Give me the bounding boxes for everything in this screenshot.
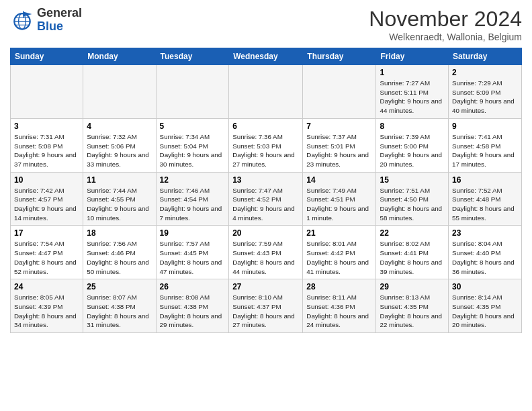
day-info: Sunrise: 7:56 AM Sunset: 4:46 PM Dayligh… [87, 239, 152, 276]
calendar-cell: 25Sunrise: 8:07 AM Sunset: 4:38 PM Dayli… [83, 279, 156, 333]
calendar-cell: 18Sunrise: 7:56 AM Sunset: 4:46 PM Dayli… [83, 226, 156, 279]
day-info: Sunrise: 7:46 AM Sunset: 4:54 PM Dayligh… [160, 186, 226, 223]
day-number: 21 [306, 228, 372, 238]
day-number: 5 [160, 122, 226, 131]
day-number: 7 [306, 122, 372, 131]
day-number: 24 [14, 282, 79, 291]
calendar-cell: 26Sunrise: 8:08 AM Sunset: 4:38 PM Dayli… [156, 279, 229, 333]
calendar-cell: 3Sunrise: 7:31 AM Sunset: 5:08 PM Daylig… [11, 118, 83, 172]
calendar-cell: 21Sunrise: 8:01 AM Sunset: 4:42 PM Dayli… [303, 226, 376, 279]
calendar-cell: 28Sunrise: 8:11 AM Sunset: 4:36 PM Dayli… [303, 279, 376, 333]
calendar-cell: 27Sunrise: 8:10 AM Sunset: 4:37 PM Dayli… [229, 279, 303, 333]
day-info: Sunrise: 7:57 AM Sunset: 4:45 PM Dayligh… [160, 239, 226, 276]
calendar-cell: 13Sunrise: 7:47 AM Sunset: 4:52 PM Dayli… [229, 172, 303, 226]
calendar-week-1: 3Sunrise: 7:31 AM Sunset: 5:08 PM Daylig… [11, 118, 522, 172]
calendar-cell: 12Sunrise: 7:46 AM Sunset: 4:54 PM Dayli… [156, 172, 229, 226]
day-info: Sunrise: 7:44 AM Sunset: 4:55 PM Dayligh… [87, 186, 152, 223]
col-wednesday: Wednesday [229, 48, 303, 65]
calendar-cell: 5Sunrise: 7:34 AM Sunset: 5:04 PM Daylig… [156, 118, 229, 172]
calendar-cell: 15Sunrise: 7:51 AM Sunset: 4:50 PM Dayli… [376, 172, 449, 226]
day-number: 30 [452, 282, 518, 291]
day-info: Sunrise: 7:59 AM Sunset: 4:43 PM Dayligh… [232, 239, 299, 276]
day-info: Sunrise: 7:52 AM Sunset: 4:48 PM Dayligh… [452, 186, 518, 223]
day-info: Sunrise: 8:02 AM Sunset: 4:41 PM Dayligh… [380, 239, 445, 276]
day-number: 19 [160, 228, 226, 238]
day-number: 27 [232, 282, 299, 291]
day-number: 20 [232, 228, 299, 238]
day-number: 14 [306, 175, 372, 185]
page: General Blue November 2024 Welkenraedt, … [0, 0, 532, 340]
day-number: 23 [452, 228, 518, 238]
day-info: Sunrise: 7:54 AM Sunset: 4:47 PM Dayligh… [14, 239, 79, 276]
day-info: Sunrise: 8:08 AM Sunset: 4:38 PM Dayligh… [160, 293, 226, 330]
day-number: 9 [452, 122, 518, 131]
day-info: Sunrise: 7:31 AM Sunset: 5:08 PM Dayligh… [14, 132, 79, 169]
header-row: Sunday Monday Tuesday Wednesday Thursday… [11, 48, 522, 65]
calendar-cell: 1Sunrise: 7:27 AM Sunset: 5:11 PM Daylig… [376, 65, 449, 119]
day-info: Sunrise: 8:11 AM Sunset: 4:36 PM Dayligh… [306, 293, 372, 330]
col-thursday: Thursday [303, 48, 376, 65]
day-info: Sunrise: 8:14 AM Sunset: 4:35 PM Dayligh… [452, 293, 518, 330]
day-info: Sunrise: 7:42 AM Sunset: 4:57 PM Dayligh… [14, 186, 79, 223]
day-number: 2 [452, 68, 518, 77]
col-friday: Friday [376, 48, 449, 65]
day-info: Sunrise: 8:01 AM Sunset: 4:42 PM Dayligh… [306, 239, 372, 276]
calendar-cell: 17Sunrise: 7:54 AM Sunset: 4:47 PM Dayli… [11, 226, 83, 279]
day-info: Sunrise: 7:39 AM Sunset: 5:00 PM Dayligh… [380, 132, 445, 169]
logo-blue: Blue [37, 20, 82, 34]
calendar-cell: 2Sunrise: 7:29 AM Sunset: 5:09 PM Daylig… [449, 65, 522, 119]
day-info: Sunrise: 8:05 AM Sunset: 4:39 PM Dayligh… [14, 293, 79, 330]
calendar-week-4: 24Sunrise: 8:05 AM Sunset: 4:39 PM Dayli… [11, 279, 522, 333]
day-number: 12 [160, 175, 226, 185]
col-saturday: Saturday [449, 48, 522, 65]
day-info: Sunrise: 7:51 AM Sunset: 4:50 PM Dayligh… [380, 186, 445, 223]
location: Welkenraedt, Wallonia, Belgium [369, 32, 522, 42]
calendar-cell [11, 65, 83, 119]
day-info: Sunrise: 7:47 AM Sunset: 4:52 PM Dayligh… [232, 186, 299, 223]
calendar-cell: 10Sunrise: 7:42 AM Sunset: 4:57 PM Dayli… [11, 172, 83, 226]
calendar-cell: 22Sunrise: 8:02 AM Sunset: 4:41 PM Dayli… [376, 226, 449, 279]
day-number: 6 [232, 122, 299, 131]
day-number: 25 [87, 282, 152, 291]
calendar-cell: 6Sunrise: 7:36 AM Sunset: 5:03 PM Daylig… [229, 118, 303, 172]
logo-icon [10, 8, 34, 32]
calendar-cell: 16Sunrise: 7:52 AM Sunset: 4:48 PM Dayli… [449, 172, 522, 226]
calendar-cell: 8Sunrise: 7:39 AM Sunset: 5:00 PM Daylig… [376, 118, 449, 172]
calendar-cell: 11Sunrise: 7:44 AM Sunset: 4:55 PM Dayli… [83, 172, 156, 226]
day-info: Sunrise: 7:32 AM Sunset: 5:06 PM Dayligh… [87, 132, 152, 169]
day-info: Sunrise: 7:29 AM Sunset: 5:09 PM Dayligh… [452, 79, 518, 116]
day-info: Sunrise: 7:49 AM Sunset: 4:51 PM Dayligh… [306, 186, 372, 223]
day-info: Sunrise: 8:13 AM Sunset: 4:35 PM Dayligh… [380, 293, 445, 330]
calendar-cell [303, 65, 376, 119]
day-number: 16 [452, 175, 518, 185]
day-number: 29 [380, 282, 445, 291]
day-number: 18 [87, 228, 152, 238]
calendar: Sunday Monday Tuesday Wednesday Thursday… [10, 48, 522, 333]
day-number: 1 [380, 68, 445, 77]
day-number: 13 [232, 175, 299, 185]
month-title: November 2024 [369, 7, 522, 32]
calendar-cell [229, 65, 303, 119]
calendar-cell: 20Sunrise: 7:59 AM Sunset: 4:43 PM Dayli… [229, 226, 303, 279]
day-info: Sunrise: 8:07 AM Sunset: 4:38 PM Dayligh… [87, 293, 152, 330]
day-info: Sunrise: 7:37 AM Sunset: 5:01 PM Dayligh… [306, 132, 372, 169]
col-sunday: Sunday [11, 48, 83, 65]
calendar-cell: 23Sunrise: 8:04 AM Sunset: 4:40 PM Dayli… [449, 226, 522, 279]
day-number: 11 [87, 175, 152, 185]
day-number: 4 [87, 122, 152, 131]
calendar-week-2: 10Sunrise: 7:42 AM Sunset: 4:57 PM Dayli… [11, 172, 522, 226]
calendar-body: 1Sunrise: 7:27 AM Sunset: 5:11 PM Daylig… [11, 65, 522, 333]
logo-general: General [37, 7, 82, 20]
calendar-cell: 7Sunrise: 7:37 AM Sunset: 5:01 PM Daylig… [303, 118, 376, 172]
day-info: Sunrise: 7:41 AM Sunset: 4:58 PM Dayligh… [452, 132, 518, 169]
calendar-cell: 30Sunrise: 8:14 AM Sunset: 4:35 PM Dayli… [449, 279, 522, 333]
day-info: Sunrise: 7:34 AM Sunset: 5:04 PM Dayligh… [160, 132, 226, 169]
calendar-cell: 14Sunrise: 7:49 AM Sunset: 4:51 PM Dayli… [303, 172, 376, 226]
day-number: 10 [14, 175, 79, 185]
day-info: Sunrise: 8:10 AM Sunset: 4:37 PM Dayligh… [232, 293, 299, 330]
calendar-cell: 9Sunrise: 7:41 AM Sunset: 4:58 PM Daylig… [449, 118, 522, 172]
col-monday: Monday [83, 48, 156, 65]
day-number: 28 [306, 282, 372, 291]
day-number: 15 [380, 175, 445, 185]
calendar-cell: 19Sunrise: 7:57 AM Sunset: 4:45 PM Dayli… [156, 226, 229, 279]
